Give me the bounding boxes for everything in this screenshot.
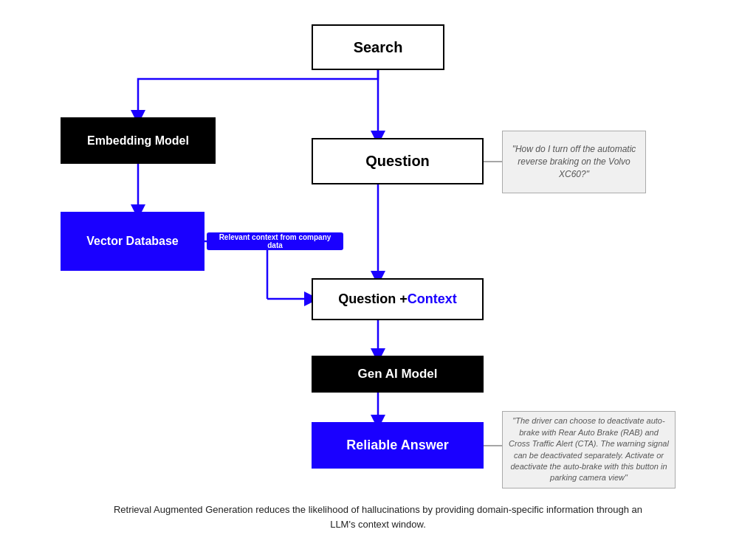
caption-text: Retrieval Augmented Generation reduces t… — [114, 504, 642, 530]
answer-note-text: "The driver can choose to deactivate aut… — [509, 415, 669, 483]
question-label: Question — [365, 153, 430, 170]
gen-ai-model-node: Gen AI Model — [312, 356, 484, 393]
question-context-node: Question + Context — [312, 278, 484, 320]
vector-database-node: Vector Database — [61, 212, 205, 271]
answer-note: "The driver can choose to deactivate aut… — [502, 411, 676, 488]
question-context-part2: Context — [408, 291, 457, 307]
context-label-node: Relevant context from company data — [207, 232, 343, 250]
caption: Retrieval Augmented Generation reduces t… — [61, 503, 695, 531]
search-label: Search — [354, 39, 403, 56]
diagram-container: Search Embedding Model Vector Database R… — [24, 9, 732, 540]
vector-database-label: Vector Database — [86, 235, 179, 248]
question-note: "How do I turn off the automatic reverse… — [502, 131, 646, 193]
context-label-text: Relevant context from company data — [211, 233, 339, 249]
question-note-text: "How do I turn off the automatic reverse… — [509, 143, 639, 180]
question-node: Question — [312, 138, 484, 184]
reliable-answer-label: Reliable Answer — [346, 438, 448, 453]
search-node: Search — [312, 24, 444, 70]
embedding-model-label: Embedding Model — [87, 134, 189, 148]
reliable-answer-node: Reliable Answer — [312, 422, 484, 469]
gen-ai-model-label: Gen AI Model — [358, 367, 438, 381]
embedding-model-node: Embedding Model — [61, 117, 216, 164]
question-context-part1: Question + — [338, 291, 408, 307]
